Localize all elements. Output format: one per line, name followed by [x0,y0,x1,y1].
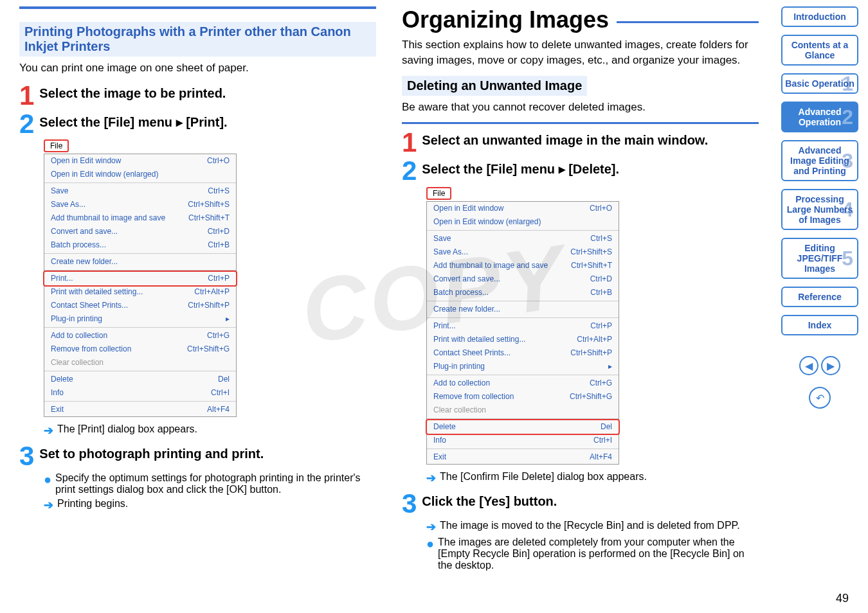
next-page-button[interactable]: ▶ [821,356,840,375]
menu-item[interactable]: Convert and save...Ctrl+D [44,225,236,238]
menu-item[interactable]: Plug-in printing▸ [44,312,236,326]
prev-page-button[interactable]: ◀ [799,356,818,375]
menu-item[interactable]: Contact Sheet Prints...Ctrl+Shift+P [427,346,619,360]
right-step3: Click the [Yes] button. [422,492,557,509]
menu-item[interactable]: Contact Sheet Prints...Ctrl+Shift+P [44,299,236,312]
menu-item[interactable]: Print...Ctrl+P [44,272,236,285]
sidebar-nav-item[interactable]: Reference [781,287,858,307]
right-section-title: Deleting an Unwanted Image [402,76,587,96]
sidebar-nav-item[interactable]: Introduction [781,6,858,27]
menu-item[interactable]: Add thumbnail to image and saveCtrl+Shif… [44,211,236,225]
menu-item[interactable]: Open in Edit window (enlarged) [427,215,619,229]
menu-item[interactable]: Save As...Ctrl+Shift+S [44,198,236,211]
menu-item[interactable]: Batch process...Ctrl+B [427,286,619,299]
right-step1: Select an unwanted image in the main win… [422,130,708,148]
menu-item[interactable]: Add to collectionCtrl+G [427,377,619,390]
menu-item[interactable]: Open in Edit windowCtrl+O [44,154,236,168]
step-number-1-right: 1 [402,130,417,155]
highlighted-menu-item: DeleteDel [426,419,620,435]
sidebar-nav-item[interactable]: Contents at a Glance [781,35,858,66]
menu-item[interactable]: Print...Ctrl+P [427,319,619,333]
menu-item[interactable]: Clear collection [44,356,236,369]
arrow-icon: ➔ [426,520,436,534]
bullet-icon: ● [44,472,51,487]
menu-item[interactable]: Open in Edit window (enlarged) [44,168,236,181]
sidebar-nav-item[interactable]: Index [781,315,858,335]
sidebar-nav-item[interactable]: Basic Operation1 [781,73,858,94]
right-result2: The [Confirm File Delete] dialog box app… [440,471,647,483]
right-warn: Be aware that you cannot recover deleted… [402,100,759,115]
left-step2: Select the [File] menu ▸ [Print]. [39,112,227,130]
menu-item[interactable]: Plug-in printing▸ [427,360,619,373]
menu-item[interactable]: Create new folder... [44,255,236,269]
ghost-number: 1 [842,72,853,96]
back-button[interactable]: ↶ [809,387,831,409]
highlighted-menu-item: Print...Ctrl+P [43,271,237,287]
menu-item[interactable]: SaveCtrl+S [427,232,619,245]
menu-item[interactable]: Convert and save...Ctrl+D [427,272,619,286]
left-step1: Select the image to be printed. [39,84,226,101]
page-number: 49 [836,592,849,605]
menu-item[interactable]: Save As...Ctrl+Shift+S [427,245,619,259]
menu-item[interactable]: SaveCtrl+S [44,184,236,198]
menu-item[interactable]: Remove from collectionCtrl+Shift+G [44,342,236,356]
arrow-icon: ➔ [426,471,436,485]
sidebar-nav-item[interactable]: Processing Large Numbers of Images4 [781,189,858,230]
menu-item[interactable]: Create new folder... [427,303,619,316]
arrow-icon: ➔ [44,498,53,512]
left-step3-result: Printing begins. [57,498,128,510]
step-number-1-left: 1 [19,84,34,108]
sidebar-nav-item[interactable]: Editing JPEG/TIFF Images5 [781,238,858,279]
step-number-2-right: 2 [402,159,417,183]
menu-item[interactable]: Open in Edit windowCtrl+O [427,202,619,215]
menu-item[interactable]: Batch process...Ctrl+B [44,238,236,252]
title-rule [617,21,759,23]
right-step3-a: The image is moved to the [Recycle Bin] … [440,520,740,531]
step-number-2-left: 2 [19,112,34,136]
menu-item[interactable]: DeleteDel [44,373,236,386]
ghost-number: 4 [842,198,853,222]
bullet-icon: ● [426,537,434,551]
left-step3: Set to photograph printing and print. [39,444,264,461]
step-number-3-left: 3 [19,444,34,468]
right-intro: This section explains how to delete unwa… [402,37,759,68]
menu-item[interactable]: InfoCtrl+I [44,386,236,400]
file-menu-left: File Open in Edit windowCtrl+OOpen in Ed… [44,139,376,417]
menu-item[interactable]: ExitAlt+F4 [44,403,236,416]
menu-item[interactable]: Print with detailed setting...Ctrl+Alt+P [44,285,236,299]
step-number-3-right: 3 [402,492,417,516]
right-step3-b: The images are deleted completely from y… [438,537,759,571]
menu-item[interactable]: Remove from collectionCtrl+Shift+G [427,390,619,404]
left-intro: You can print one image on one sheet of … [19,60,376,76]
file-menu-right: File Open in Edit windowCtrl+OOpen in Ed… [426,187,759,465]
menu-item[interactable]: InfoCtrl+I [427,434,619,447]
menu-item[interactable]: Clear collection [427,404,619,417]
sidebar-nav-item[interactable]: Advanced Operation2 [781,102,858,132]
sidebar: IntroductionContents at a GlanceBasic Op… [778,0,868,613]
ghost-number: 2 [842,105,853,129]
left-section-title: Printing Photographs with a Printer othe… [19,22,376,57]
right-step2: Select the [File] menu ▸ [Delete]. [422,159,619,177]
menu-item[interactable]: DeleteDel [427,420,619,434]
file-menu-button-left[interactable]: File [44,139,69,152]
top-rule-left [19,6,376,9]
menu-item[interactable]: ExitAlt+F4 [427,450,619,464]
blue-rule [402,122,759,124]
arrow-icon: ➔ [44,423,53,438]
left-step3-body: Specify the optimum settings for photogr… [55,472,376,495]
sidebar-nav-item[interactable]: Advanced Image Editing and Printing3 [781,140,858,181]
ghost-number: 3 [842,149,853,173]
left-result2: The [Print] dialog box appears. [57,423,197,435]
ghost-number: 5 [842,247,853,271]
menu-item[interactable]: Add thumbnail to image and saveCtrl+Shif… [427,259,619,272]
file-menu-button-right[interactable]: File [426,187,451,200]
right-title: Organizing Images [402,6,609,33]
menu-item[interactable]: Add to collectionCtrl+G [44,329,236,342]
menu-item[interactable]: Print with detailed setting...Ctrl+Alt+P [427,333,619,346]
